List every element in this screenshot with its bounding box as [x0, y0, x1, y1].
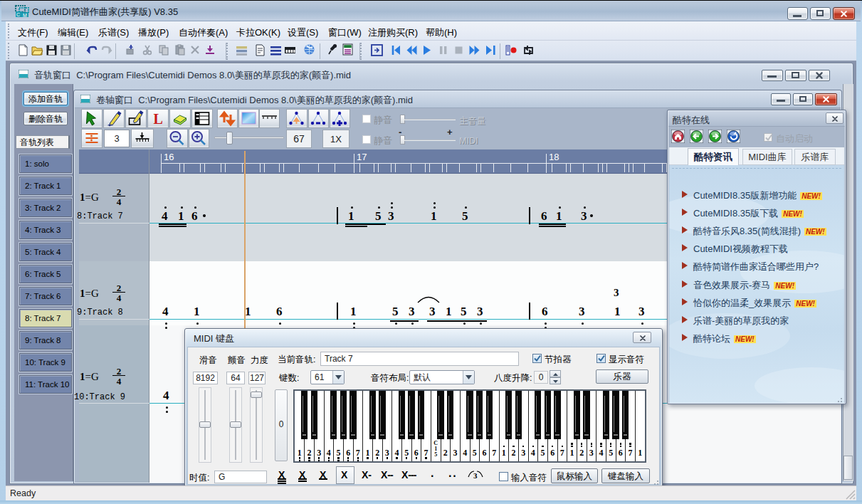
svg-text:M: M: [23, 13, 27, 18]
svg-text:1: 1: [570, 448, 574, 458]
svg-text:4: 4: [531, 448, 535, 458]
svg-text:7: 7: [356, 448, 360, 458]
svg-text:3: 3: [589, 448, 594, 458]
svg-text:4: 4: [599, 448, 604, 458]
svg-text:3: 3: [521, 448, 525, 458]
svg-text:6: 6: [619, 448, 623, 458]
svg-text:5: 5: [337, 448, 341, 458]
svg-text:3: 3: [317, 448, 321, 458]
svg-text:7: 7: [492, 448, 496, 458]
svg-text:7: 7: [560, 448, 564, 458]
svg-text:2: 2: [443, 448, 448, 458]
svg-text:7: 7: [424, 448, 429, 458]
svg-text:5: 5: [473, 448, 477, 458]
svg-text:2: 2: [579, 448, 584, 458]
svg-text:3: 3: [453, 448, 458, 458]
svg-text:1: 1: [298, 448, 302, 458]
svg-text:5: 5: [541, 448, 545, 458]
svg-text:1: 1: [638, 448, 642, 458]
svg-text:1: 1: [366, 448, 370, 458]
svg-text:6: 6: [483, 448, 487, 458]
svg-text:4: 4: [395, 448, 399, 458]
svg-text:L: L: [154, 111, 163, 127]
svg-text:6: 6: [550, 448, 554, 458]
svg-text:3: 3: [385, 448, 389, 458]
svg-text:7: 7: [629, 448, 633, 458]
svg-text:1: 1: [502, 448, 506, 458]
svg-text:4: 4: [463, 448, 467, 458]
svg-text:6: 6: [346, 448, 350, 458]
svg-text:2: 2: [375, 448, 379, 458]
svg-text:6: 6: [414, 448, 419, 458]
svg-text:5: 5: [404, 448, 409, 458]
svg-text:4: 4: [327, 448, 331, 458]
svg-text:2: 2: [512, 448, 516, 458]
svg-text:5: 5: [609, 448, 613, 458]
svg-text:C: C: [16, 12, 20, 17]
svg-text:3: 3: [473, 471, 478, 480]
svg-text:5: 5: [434, 451, 437, 458]
svg-text:2: 2: [308, 448, 312, 458]
